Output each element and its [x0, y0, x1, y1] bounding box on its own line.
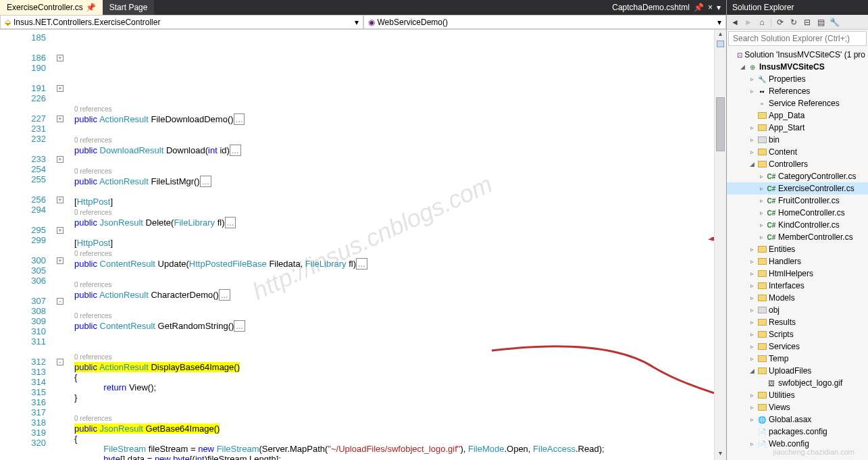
- tree-item-obj[interactable]: ▹obj: [727, 304, 868, 316]
- class-selector[interactable]: ⬙ Insus.NET.Controllers.ExerciseControll…: [0, 15, 363, 29]
- split-box[interactable]: [717, 41, 724, 47]
- folder-icon: [758, 295, 767, 301]
- folder-icon: [758, 319, 767, 326]
- tree-item-exercisecontroller[interactable]: ▹C#ExerciseController.cs: [727, 182, 868, 195]
- tree-item-categorycontroller[interactable]: ▹C#CategoryController.cs: [727, 170, 868, 182]
- tree-item-references[interactable]: ▹▪▪References: [727, 85, 868, 97]
- sync-icon[interactable]: ⟳: [775, 17, 786, 28]
- folder-icon: [758, 270, 767, 277]
- csharp-icon: C#: [767, 172, 776, 181]
- project-node[interactable]: ◢⊕InsusMVCSiteCS: [727, 61, 868, 73]
- tree-item-utilities[interactable]: ▹Utilities: [727, 389, 868, 401]
- project-icon: ⊕: [748, 62, 757, 72]
- panel-toolbar: ◄ ► ⌂ | ⟳ ↻ ⊟ ▤ 🔧: [727, 15, 868, 30]
- folder-icon: [758, 307, 767, 313]
- tab-right[interactable]: CaptchaDemo.cshtml 📌 × ▾: [607, 0, 726, 15]
- chevron-down-icon: ▾: [355, 18, 359, 27]
- folder-icon: [758, 392, 767, 399]
- method-icon: ◉: [368, 18, 375, 27]
- properties-icon[interactable]: 🔧: [829, 17, 840, 28]
- fwd-icon[interactable]: ►: [743, 17, 754, 28]
- tree-item-models[interactable]: ▹Models: [727, 292, 868, 304]
- tree-item-htmlhelpers[interactable]: ▹HtmlHelpers: [727, 267, 868, 280]
- panel-title: Solution Explorer: [727, 0, 868, 15]
- home-icon[interactable]: ⌂: [757, 17, 767, 28]
- tree-item-packages[interactable]: 📄packages.config: [727, 426, 868, 438]
- document-tabs: ExerciseController.cs 📌 Start Page Captc…: [0, 0, 726, 15]
- vertical-scrollbar[interactable]: ▴ ▾: [714, 30, 726, 460]
- tree-item-handlers[interactable]: ▹Handlers: [727, 255, 868, 267]
- tree-item-servicerefs[interactable]: ▫Service References: [727, 97, 868, 109]
- collapse-icon[interactable]: ⊟: [802, 17, 813, 28]
- tree-item-entities[interactable]: ▹Entities: [727, 243, 868, 255]
- folder-icon: [758, 343, 767, 350]
- fold-gutter[interactable]: + + + + + + + - -: [54, 30, 66, 460]
- tree-item-controllers[interactable]: ◢Controllers: [727, 158, 868, 170]
- method-name: WebServiceDemo(): [378, 18, 448, 27]
- tree-item-fruitcontroller[interactable]: ▹C#FruitController.cs: [727, 195, 868, 207]
- back-icon[interactable]: ◄: [730, 17, 740, 28]
- tab-active[interactable]: ExerciseController.cs 📌: [0, 0, 103, 15]
- scroll-up-icon[interactable]: ▴: [715, 30, 726, 41]
- tree-item-global[interactable]: ▹🌐Global.asax: [727, 413, 868, 426]
- folder-icon: [758, 355, 767, 362]
- dropdown-icon[interactable]: ▾: [717, 3, 721, 12]
- tab-label: ExerciseController.cs: [7, 3, 83, 12]
- folder-icon: [758, 404, 767, 411]
- tree-item-appstart[interactable]: ▹App_Start: [727, 122, 868, 134]
- solution-icon: ⊡: [736, 50, 743, 59]
- line-number-gutter: 185 186190 191226 227231232 233254255 25…: [0, 30, 54, 460]
- search-input[interactable]: [729, 32, 866, 45]
- solution-node[interactable]: ⊡Solution 'InsusMVCSiteCS' (1 pro: [727, 49, 868, 61]
- file-icon: 📄: [757, 427, 767, 436]
- tree-item-properties[interactable]: ▹🔧Properties: [727, 73, 868, 85]
- csharp-icon: C#: [767, 232, 776, 242]
- tab-label: Start Page: [109, 3, 148, 12]
- pin-icon[interactable]: 📌: [86, 3, 96, 12]
- tree-item-services[interactable]: ▹Services: [727, 340, 868, 353]
- tree-item-membercontroller[interactable]: ▹C#MemberController.cs: [727, 231, 868, 243]
- pin-icon[interactable]: 📌: [694, 3, 704, 12]
- scroll-down-icon[interactable]: ▾: [715, 449, 726, 460]
- file-icon: 📄: [757, 439, 767, 449]
- tree-item-uploadfiles[interactable]: ◢UploadFiles: [727, 365, 868, 377]
- folder-icon: [758, 136, 767, 143]
- code-editor[interactable]: 185 186190 191226 227231232 233254255 25…: [0, 30, 726, 460]
- footer-watermark: jiaocheng.chazidian.com: [773, 448, 854, 456]
- method-selector[interactable]: ◉ WebServiceDemo() ▾: [363, 15, 727, 29]
- tree-item-homecontroller[interactable]: ▹C#HomeController.cs: [727, 207, 868, 219]
- folder-icon: [758, 282, 767, 289]
- folder-icon: [758, 124, 767, 131]
- tree-item-results[interactable]: ▹Results: [727, 316, 868, 328]
- class-icon: ⬙: [5, 18, 11, 27]
- tree-item-interfaces[interactable]: ▹Interfaces: [727, 280, 868, 292]
- chevron-down-icon: ▾: [717, 18, 721, 27]
- solution-tree[interactable]: ⊡Solution 'InsusMVCSiteCS' (1 pro ◢⊕Insu…: [727, 47, 868, 460]
- refs-icon: ▪▪: [757, 86, 767, 96]
- tree-item-bin[interactable]: ▹bin: [727, 134, 868, 146]
- code-area[interactable]: http://insus.cnblogs.com 0 referencespub…: [66, 30, 714, 460]
- folder-icon: [758, 258, 767, 265]
- csharp-icon: C#: [767, 196, 776, 205]
- scroll-thumb[interactable]: [716, 97, 725, 151]
- tree-item-views[interactable]: ▹Views: [727, 401, 868, 413]
- csharp-icon: C#: [767, 184, 776, 193]
- tree-item-scripts[interactable]: ▹Scripts: [727, 328, 868, 340]
- showall-icon[interactable]: ▤: [815, 17, 826, 28]
- close-icon[interactable]: ×: [708, 3, 713, 12]
- tree-item-appdata[interactable]: App_Data: [727, 109, 868, 122]
- refresh-icon[interactable]: ↻: [788, 17, 799, 28]
- tree-item-kindcontroller[interactable]: ▹C#KindController.cs: [727, 219, 868, 231]
- tree-item-swfobject[interactable]: 🖼swfobject_logo.gif: [727, 377, 868, 389]
- svc-icon: ▫: [757, 99, 767, 108]
- wrench-icon: 🔧: [757, 74, 767, 84]
- tree-item-temp[interactable]: ▹Temp: [727, 353, 868, 365]
- tab-startpage[interactable]: Start Page: [103, 0, 155, 15]
- tree-item-content[interactable]: ▹Content: [727, 146, 868, 158]
- image-icon: 🖼: [767, 378, 776, 388]
- class-name: Insus.NET.Controllers.ExerciseController: [14, 18, 160, 27]
- folder-icon: [758, 331, 767, 338]
- search-box[interactable]: [728, 31, 867, 46]
- csharp-icon: C#: [767, 208, 776, 218]
- folder-icon: [758, 367, 767, 374]
